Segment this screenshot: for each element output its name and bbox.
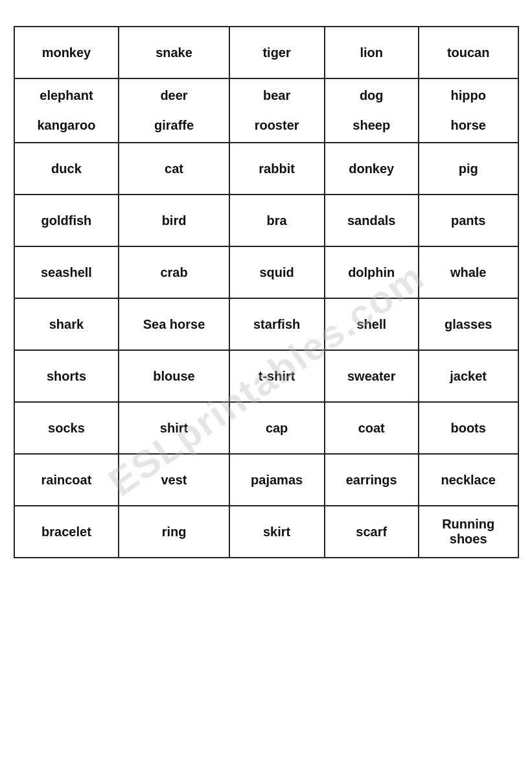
table-cell: necklace	[419, 454, 518, 506]
table-cell: shorts	[14, 350, 119, 402]
table-cell: rabbit	[229, 143, 325, 195]
table-row: monkeysnaketigerliontoucan	[14, 27, 518, 78]
table-row: shortsblouset-shirtsweaterjacket	[14, 350, 518, 402]
table-cell: lion	[325, 27, 419, 78]
table-cell: sandals	[325, 195, 419, 246]
table-cell: pig	[419, 143, 518, 195]
table-cell: earrings	[325, 454, 419, 506]
table-row: raincoatvestpajamasearringsnecklace	[14, 454, 518, 506]
table-cell: seashell	[14, 246, 119, 298]
table-row: socksshirtcapcoatboots	[14, 402, 518, 454]
table-row: duckcatrabbitdonkeypig	[14, 143, 518, 195]
table-cell: Runningshoes	[419, 506, 518, 558]
table-cell: cat	[119, 143, 229, 195]
table-cell: shirt	[119, 402, 229, 454]
table-cell: shell	[325, 298, 419, 350]
table-cell: donkey	[325, 143, 419, 195]
table-cell: starfish	[229, 298, 325, 350]
table-cell: elephantkangaroo	[14, 78, 119, 143]
table-cell: whale	[419, 246, 518, 298]
table-cell: cap	[229, 402, 325, 454]
table-cell: bearrooster	[229, 78, 325, 143]
table-cell: coat	[325, 402, 419, 454]
table-cell: deergiraffe	[119, 78, 229, 143]
table-row: seashellcrabsquiddolphinwhale	[14, 246, 518, 298]
table-cell: hippohorse	[419, 78, 518, 143]
table-cell: jacket	[419, 350, 518, 402]
table-cell: socks	[14, 402, 119, 454]
table-cell: monkey	[14, 27, 119, 78]
table-row: goldfishbirdbrasandalspants	[14, 195, 518, 246]
table-row: elephantkangaroodeergiraffebearroosterdo…	[14, 78, 518, 143]
table-row: sharkSea horsestarfishshellglasses	[14, 298, 518, 350]
table-cell: goldfish	[14, 195, 119, 246]
table-row: braceletringskirtscarfRunningshoes	[14, 506, 518, 558]
table-cell: bird	[119, 195, 229, 246]
table-cell: bra	[229, 195, 325, 246]
word-table: monkeysnaketigerliontoucanelephantkangar…	[14, 26, 519, 558]
table-cell: boots	[419, 402, 518, 454]
table-cell: pajamas	[229, 454, 325, 506]
table-cell: duck	[14, 143, 119, 195]
page-container: monkeysnaketigerliontoucanelephantkangar…	[14, 26, 519, 558]
table-cell: glasses	[419, 298, 518, 350]
table-cell: Sea horse	[119, 298, 229, 350]
table-cell: snake	[119, 27, 229, 78]
table-cell: ring	[119, 506, 229, 558]
table-cell: tiger	[229, 27, 325, 78]
table-cell: crab	[119, 246, 229, 298]
table-cell: raincoat	[14, 454, 119, 506]
table-cell: dogsheep	[325, 78, 419, 143]
table-cell: vest	[119, 454, 229, 506]
table-cell: sweater	[325, 350, 419, 402]
table-cell: dolphin	[325, 246, 419, 298]
table-cell: skirt	[229, 506, 325, 558]
table-cell: bracelet	[14, 506, 119, 558]
table-cell: scarf	[325, 506, 419, 558]
table-cell: toucan	[419, 27, 518, 78]
table-cell: t-shirt	[229, 350, 325, 402]
table-cell: squid	[229, 246, 325, 298]
table-cell: shark	[14, 298, 119, 350]
table-cell: blouse	[119, 350, 229, 402]
table-cell: pants	[419, 195, 518, 246]
